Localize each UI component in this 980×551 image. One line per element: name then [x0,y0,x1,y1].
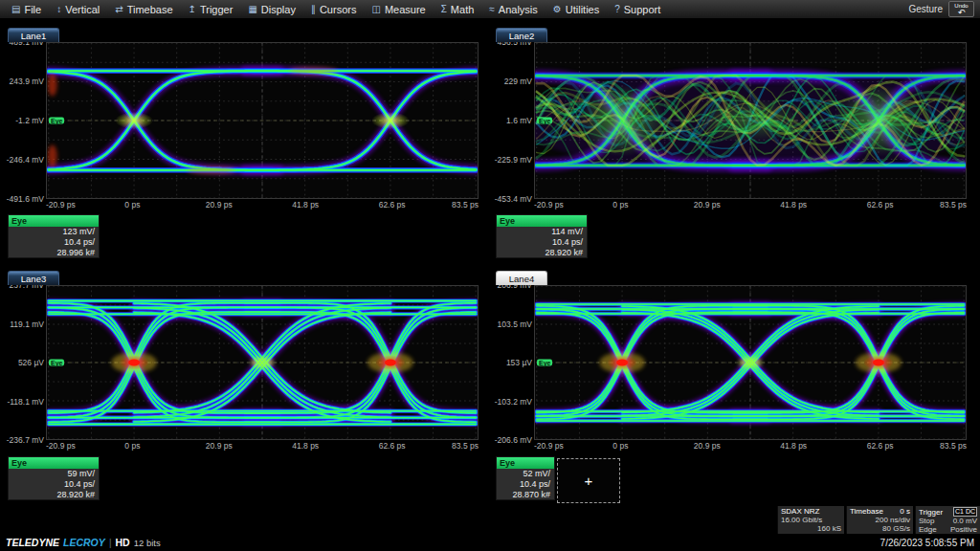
x-axis-label: 83.5 ps [940,441,967,451]
sda-bitrate: 16.00 Gbit/s [781,516,822,524]
trace-label-badge: Eye [49,118,64,124]
y-axis-label: -225.9 mV [492,155,532,165]
y-axis-label: 229 mV [492,77,532,86]
x-axis-label: 20.9 ps [206,200,233,209]
lane2-eye-measure-box[interactable]: Eye114 mV/10.4 ps/28.920 k# [496,214,588,258]
x-axis-label: 20.9 ps [694,200,721,209]
x-axis: -20.9 ps0 ps20.9 ps41.8 ps62.6 ps83.5 ps [46,200,479,210]
brand-lecroy: LECROY [63,537,105,548]
eye-measure-value: 114 mV/ [497,227,587,237]
hd-badge: HD [116,537,130,548]
y-axis-label: 153 µV [492,358,532,367]
x-axis-label: 0 ps [612,200,628,209]
x-axis-label: 41.8 ps [292,200,319,209]
y-axis-label: -246.4 mV [4,155,44,165]
status-bar: SDAX NRZ 16.00 Gbit/s 160 kS Timebase 0 … [0,506,980,534]
y-axis-label: -236.7 mV [4,435,44,445]
trigger-title: Trigger [919,508,943,517]
x-axis-label: -20.9 ps [534,441,564,451]
sda-samples: 160 kS [817,524,841,533]
eye-measure-title: Eye [497,457,554,469]
bit-depth-label: 12 bits [134,538,161,548]
timebase-scale: 200 ns/div [876,516,910,524]
x-axis-label: 62.6 ps [379,200,406,209]
y-axis-label: -1.2 mV [4,116,44,125]
eye-measure-value: 10.4 ps/ [497,237,587,248]
lane3-eye-diagram[interactable]: Eye [46,285,479,440]
y-axis-label: 103.5 mV [492,320,532,329]
x-axis-label: -20.9 ps [534,200,564,209]
trigger-source-badge: C1 DC [953,507,977,517]
x-axis-label: 62.6 ps [867,441,894,451]
x-axis-label: 0 ps [124,200,140,209]
lane-grid: Lane1Eye489.1 mV243.9 mV-1.2 mV-246.4 mV… [0,0,980,551]
x-axis-label: -20.9 ps [46,200,76,209]
trace-label-badge: Eye [537,118,552,124]
x-axis-label: 41.8 ps [292,441,319,451]
eye-measure-value: 28.996 k# [9,248,99,258]
eye-measure-value: 123 mV/ [9,227,99,237]
timebase-summary-box[interactable]: Timebase 0 s 200 ns/div 80 GS/s [846,506,913,534]
x-axis-label: 41.8 ps [780,441,807,451]
trigger-summary-box[interactable]: Trigger C1 DC Stop 0.0 mV Edge Positive [915,506,980,534]
x-axis-label: 41.8 ps [780,200,807,209]
y-axis-label: 119.1 mV [4,320,44,329]
zoom-gesture-box: + [557,458,620,503]
y-axis-label: 1.6 mV [492,116,532,125]
sda-title: SDAX NRZ [781,507,819,516]
trace-label-badge: Eye [49,360,64,366]
brand-separator: | [109,537,112,548]
lane4-eye-measure-box[interactable]: Eye52 mV/10.4 ps/28.870 k# [496,456,555,500]
x-axis-label: 20.9 ps [206,441,233,451]
x-axis: -20.9 ps0 ps20.9 ps41.8 ps62.6 ps83.5 ps [534,441,967,452]
timebase-title: Timebase [850,507,883,516]
x-axis-label: 83.5 ps [940,200,967,209]
brand-teledyne: TELEDYNE [6,537,59,548]
trigger-level: 0.0 mV [953,517,977,525]
eye-measure-value: 10.4 ps/ [9,479,99,490]
x-axis: -20.9 ps0 ps20.9 ps41.8 ps62.6 ps83.5 ps [46,441,479,452]
trace-label-badge: Eye [537,360,552,366]
x-axis-label: 20.9 ps [694,441,721,451]
trigger-slope: Positive [950,525,977,534]
sda-summary-box[interactable]: SDAX NRZ 16.00 Gbit/s 160 kS [777,506,844,534]
eye-measure-title: Eye [9,215,99,227]
lane3-eye-measure-box[interactable]: Eye59 mV/10.4 ps/28.920 k# [8,456,100,500]
tab-lane2[interactable]: Lane2 [496,28,547,42]
lane1-eye-measure-box[interactable]: Eye123 mV/10.4 ps/28.996 k# [8,214,100,258]
eye-measure-title: Eye [9,457,99,469]
y-axis-label: 243.9 mV [4,77,44,86]
tab-lane3[interactable]: Lane3 [8,271,59,285]
x-axis-label: 0 ps [612,441,628,451]
eye-measure-value: 28.870 k# [497,490,554,500]
x-axis-label: 83.5 ps [452,441,479,451]
eye-measure-title: Eye [497,215,587,227]
footer-bar: TELEDYNE LECROY | HD 12 bits 7/26/2023 5… [0,534,980,551]
eye-measure-value: 59 mV/ [9,469,99,479]
x-axis-label: 83.5 ps [452,200,479,209]
eye-measure-value: 28.920 k# [9,490,99,500]
trigger-mode: Stop [919,517,934,525]
eye-measure-value: 10.4 ps/ [497,479,554,490]
timebase-rate: 80 GS/s [882,524,910,533]
x-axis-label: -20.9 ps [46,441,76,451]
eye-measure-value: 28.920 k# [497,248,587,258]
lane4-eye-diagram[interactable]: Eye [534,285,967,440]
y-axis-label: -118.1 mV [4,397,44,407]
tab-lane1[interactable]: Lane1 [8,28,59,42]
timebase-offset: 0 s [900,507,910,516]
x-axis: -20.9 ps0 ps20.9 ps41.8 ps62.6 ps83.5 ps [534,200,967,210]
lane2-eye-diagram[interactable]: Eye [534,42,967,199]
x-axis-label: 0 ps [124,441,140,451]
lane1-eye-diagram[interactable]: Eye [46,42,479,199]
tab-lane4[interactable]: Lane4 [496,271,547,285]
oscilloscope-app: ▤File↕Vertical⇄Timebase↥Trigger▦Display∥… [0,0,980,551]
eye-measure-value: 52 mV/ [497,469,554,479]
x-axis-label: 62.6 ps [867,200,894,209]
trigger-type: Edge [919,525,937,534]
datetime: 7/26/2023 5:08:55 PM [880,538,974,548]
x-axis-label: 62.6 ps [379,441,406,451]
y-axis-label: -103.2 mV [492,397,532,407]
y-axis-label: -491.6 mV [4,194,44,204]
eye-measure-value: 10.4 ps/ [9,237,99,248]
